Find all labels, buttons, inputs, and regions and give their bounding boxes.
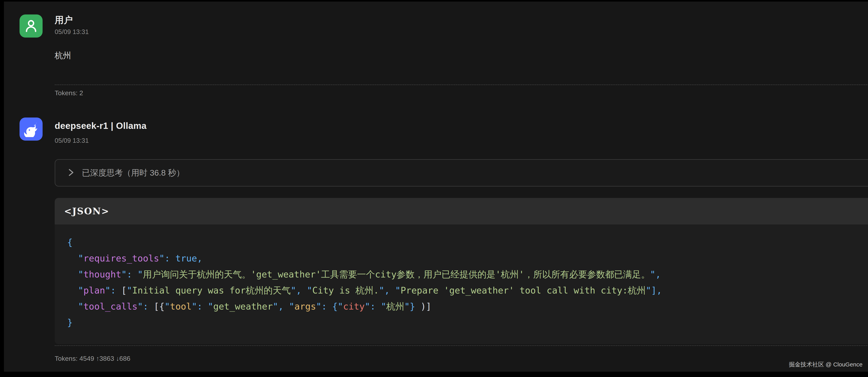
chevron-right-icon [68,168,74,178]
code-block-header: <JSON> [55,198,868,225]
code-line: } [67,314,868,330]
user-timestamp: 05/09 13:31 [55,28,89,36]
code-line: "tool_calls": [{"tool": "get_weather", "… [67,298,868,314]
message-divider [55,85,868,85]
assistant-avatar [20,118,42,141]
thinking-label: 已深度思考（用时 36.8 秒） [82,167,184,178]
code-block: <JSON> { "requires_tools": true, "though… [55,198,868,344]
code-content: { "requires_tools": true, "thought": "用户… [55,225,868,330]
thinking-toggle[interactable]: 已深度思考（用时 36.8 秒） [55,159,868,186]
code-line: { [67,234,868,250]
assistant-timestamp: 05/09 13:31 [55,137,89,144]
person-icon [23,17,39,35]
watermark: 掘金技术社区 @ ClouGence [789,360,863,369]
assistant-token-count: Tokens: 4549 ↑3863 ↓686 [55,355,130,362]
user-token-count: Tokens: 2 [55,89,83,97]
message-divider [55,345,868,346]
user-message-text: 杭州 [55,50,71,61]
user-author-name: 用户 [55,14,73,26]
user-avatar [20,14,42,37]
code-line: "plan": ["Initial query was for杭州的天气", "… [67,282,868,298]
code-line: "requires_tools": true, [67,250,868,266]
assistant-author-name: deepseek-r1 | Ollama [55,120,147,131]
code-language-label: <JSON> [64,206,110,216]
code-line: "thought": "用户询问关于杭州的天气。'get_weather'工具需… [67,266,868,282]
chat-panel: 用户 05/09 13:31 杭州 Tokens: 2 deepseek-r1 … [4,2,868,372]
deepseek-whale-icon [23,120,39,138]
